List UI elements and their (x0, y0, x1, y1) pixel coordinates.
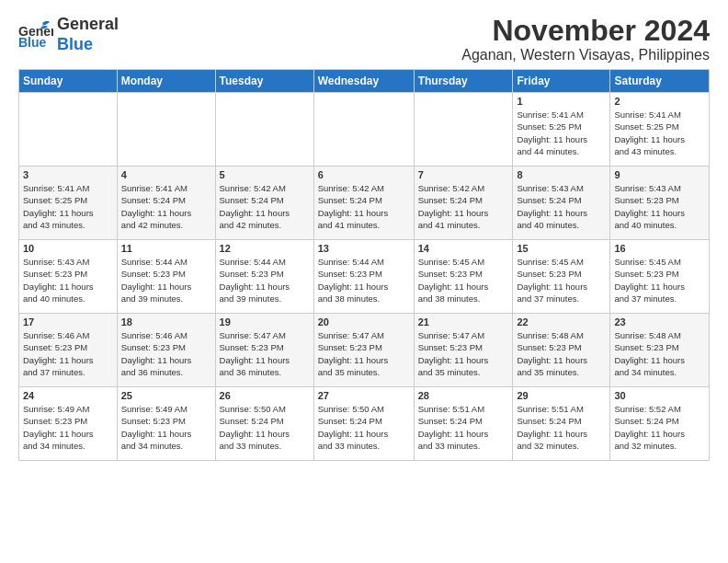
calendar-cell: 1Sunrise: 5:41 AMSunset: 5:25 PMDaylight… (513, 93, 610, 167)
day-info-line: Sunset: 5:23 PM (318, 342, 382, 352)
day-info-line: and 33 minutes. (220, 441, 282, 451)
day-info-line: Sunset: 5:23 PM (220, 342, 284, 352)
day-info: Sunrise: 5:48 AMSunset: 5:23 PMDaylight:… (517, 329, 606, 378)
logo-line2: Blue (57, 35, 119, 55)
day-number: 3 (23, 169, 113, 180)
day-info-line: Sunset: 5:24 PM (121, 195, 186, 205)
day-info: Sunrise: 5:43 AMSunset: 5:23 PMDaylight:… (614, 182, 705, 231)
day-number: 1 (517, 96, 606, 107)
day-info-line: Sunset: 5:24 PM (418, 195, 483, 205)
day-info-line: Sunset: 5:24 PM (517, 416, 581, 426)
calendar-cell: 15Sunrise: 5:45 AMSunset: 5:23 PMDayligh… (513, 240, 610, 314)
day-info-line: Sunrise: 5:49 AM (121, 404, 188, 414)
weekday-header-thursday: Thursday (414, 70, 513, 93)
day-info: Sunrise: 5:45 AMSunset: 5:23 PMDaylight:… (517, 256, 606, 304)
calendar-week-4: 17Sunrise: 5:46 AMSunset: 5:23 PMDayligh… (19, 314, 710, 387)
day-info-line: Sunrise: 5:41 AM (121, 183, 188, 193)
weekday-header-wednesday: Wednesday (313, 70, 414, 93)
day-info-line: Daylight: 11 hours (220, 429, 290, 439)
day-number: 18 (121, 316, 211, 327)
day-info: Sunrise: 5:42 AMSunset: 5:24 PMDaylight:… (318, 182, 410, 231)
calendar-cell (117, 93, 215, 167)
day-info: Sunrise: 5:50 AMSunset: 5:24 PMDaylight:… (318, 403, 410, 452)
calendar-cell: 16Sunrise: 5:45 AMSunset: 5:23 PMDayligh… (610, 240, 710, 314)
day-info-line: and 34 minutes. (614, 367, 677, 377)
day-info-line: Daylight: 11 hours (121, 208, 192, 218)
weekday-header-saturday: Saturday (610, 70, 710, 93)
day-info-line: and 41 minutes. (318, 220, 381, 230)
day-info-line: Daylight: 11 hours (517, 355, 587, 365)
calendar-subtitle: Aganan, Western Visayas, Philippines (461, 47, 710, 63)
logo: General Blue General Blue (18, 15, 119, 54)
day-info-line: and 42 minutes. (121, 220, 184, 230)
day-number: 19 (220, 316, 310, 327)
day-info-line: Sunset: 5:24 PM (220, 416, 284, 426)
day-info-line: Daylight: 11 hours (318, 355, 389, 365)
calendar-cell: 9Sunrise: 5:43 AMSunset: 5:23 PMDaylight… (610, 167, 710, 240)
weekday-header-sunday: Sunday (19, 70, 118, 93)
day-info-line: Sunset: 5:23 PM (318, 269, 382, 279)
day-info: Sunrise: 5:42 AMSunset: 5:24 PMDaylight:… (418, 182, 509, 231)
day-info-line: Daylight: 11 hours (614, 282, 685, 292)
day-info-line: Sunset: 5:23 PM (23, 269, 87, 279)
title-block: November 2024 Aganan, Western Visayas, P… (461, 15, 710, 63)
day-info-line: Daylight: 11 hours (121, 282, 192, 292)
calendar-cell (19, 93, 118, 167)
weekday-header-monday: Monday (117, 70, 215, 93)
day-info-line: and 35 minutes. (318, 367, 381, 377)
day-info-line: and 37 minutes. (23, 367, 85, 377)
calendar-cell: 19Sunrise: 5:47 AMSunset: 5:23 PMDayligh… (215, 314, 313, 387)
day-number: 6 (318, 169, 410, 180)
day-info-line: Daylight: 11 hours (318, 282, 389, 292)
day-number: 26 (220, 390, 310, 401)
day-info-line: Sunrise: 5:41 AM (614, 109, 680, 120)
day-number: 27 (318, 390, 410, 401)
day-info-line: Daylight: 11 hours (614, 208, 685, 218)
day-info-line: and 34 minutes. (23, 441, 85, 451)
day-info-line: Daylight: 11 hours (517, 282, 587, 292)
calendar-cell: 7Sunrise: 5:42 AMSunset: 5:24 PMDaylight… (414, 167, 513, 240)
day-info-line: Sunrise: 5:47 AM (418, 330, 484, 340)
day-info-line: Daylight: 11 hours (418, 355, 489, 365)
day-info: Sunrise: 5:41 AMSunset: 5:24 PMDaylight:… (121, 182, 211, 231)
calendar-cell: 17Sunrise: 5:46 AMSunset: 5:23 PMDayligh… (19, 314, 118, 387)
day-number: 22 (517, 316, 606, 327)
day-info-line: Sunset: 5:24 PM (220, 195, 284, 205)
day-info-line: Sunrise: 5:52 AM (614, 404, 680, 414)
day-info-line: Sunrise: 5:44 AM (318, 257, 384, 267)
day-info: Sunrise: 5:45 AMSunset: 5:23 PMDaylight:… (614, 256, 705, 304)
day-info-line: and 35 minutes. (517, 367, 579, 377)
day-info-line: Daylight: 11 hours (614, 429, 685, 439)
calendar-cell: 10Sunrise: 5:43 AMSunset: 5:23 PMDayligh… (19, 240, 118, 314)
day-info-line: Sunrise: 5:51 AM (418, 404, 484, 414)
day-info-line: Daylight: 11 hours (517, 429, 587, 439)
day-info-line: and 41 minutes. (418, 220, 481, 230)
calendar-header-row: SundayMondayTuesdayWednesdayThursdayFrid… (19, 70, 710, 93)
calendar-cell: 22Sunrise: 5:48 AMSunset: 5:23 PMDayligh… (513, 314, 610, 387)
day-info-line: Sunrise: 5:48 AM (517, 330, 583, 340)
day-info-line: Sunset: 5:23 PM (517, 342, 581, 352)
day-info-line: Daylight: 11 hours (517, 134, 587, 144)
day-info: Sunrise: 5:46 AMSunset: 5:23 PMDaylight:… (121, 329, 211, 378)
day-info-line: Sunrise: 5:41 AM (23, 183, 89, 193)
calendar-cell: 12Sunrise: 5:44 AMSunset: 5:23 PMDayligh… (215, 240, 313, 314)
day-info-line: Daylight: 11 hours (418, 208, 489, 218)
calendar-cell: 14Sunrise: 5:45 AMSunset: 5:23 PMDayligh… (414, 240, 513, 314)
day-info-line: Sunrise: 5:44 AM (220, 257, 286, 267)
day-info-line: and 39 minutes. (220, 293, 282, 304)
calendar-cell: 8Sunrise: 5:43 AMSunset: 5:24 PMDaylight… (513, 167, 610, 240)
day-number: 17 (23, 316, 113, 327)
day-info-line: Sunrise: 5:42 AM (220, 183, 286, 193)
day-info-line: Sunset: 5:23 PM (23, 342, 87, 352)
day-info-line: and 42 minutes. (220, 220, 282, 230)
day-info: Sunrise: 5:44 AMSunset: 5:23 PMDaylight:… (220, 256, 310, 304)
page: General Blue General Blue November 2024 … (0, 0, 728, 470)
day-info: Sunrise: 5:46 AMSunset: 5:23 PMDaylight:… (23, 329, 113, 378)
day-info-line: and 33 minutes. (418, 441, 481, 451)
day-info: Sunrise: 5:50 AMSunset: 5:24 PMDaylight:… (220, 403, 310, 452)
weekday-header-tuesday: Tuesday (215, 70, 313, 93)
day-number: 5 (220, 169, 310, 180)
day-info-line: Daylight: 11 hours (23, 208, 94, 218)
day-info-line: and 43 minutes. (23, 220, 85, 230)
day-info-line: Sunset: 5:24 PM (318, 416, 382, 426)
